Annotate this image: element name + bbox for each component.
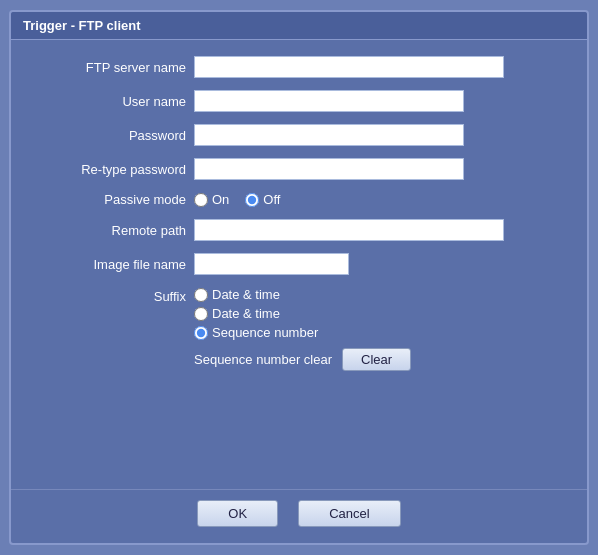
suffix-option1-label: Date & time	[212, 287, 280, 302]
password-input[interactable]	[194, 124, 464, 146]
suffix-option3-radio[interactable]	[194, 326, 208, 340]
password-label: Password	[31, 128, 186, 143]
remote-path-row: Remote path	[31, 219, 567, 241]
clear-button[interactable]: Clear	[342, 348, 411, 371]
passive-on-radio[interactable]	[194, 193, 208, 207]
suffix-option2-label: Date & time	[212, 306, 280, 321]
password-row: Password	[31, 124, 567, 146]
passive-mode-row: Passive mode On Off	[31, 192, 567, 207]
ftp-server-input[interactable]	[194, 56, 504, 78]
ok-button[interactable]: OK	[197, 500, 278, 527]
passive-on-label: On	[212, 192, 229, 207]
user-name-label: User name	[31, 94, 186, 109]
suffix-option2-row[interactable]: Date & time	[194, 306, 411, 321]
seq-clear-row: Sequence number clear Clear	[194, 348, 411, 371]
cancel-button[interactable]: Cancel	[298, 500, 400, 527]
user-name-row: User name	[31, 90, 567, 112]
form-content: FTP server name User name Password Re-ty…	[11, 40, 587, 489]
image-file-name-row: Image file name	[31, 253, 567, 275]
suffix-section: Suffix Date & time Date & time Sequence …	[31, 287, 567, 371]
passive-mode-label: Passive mode	[31, 192, 186, 207]
seq-clear-label: Sequence number clear	[194, 352, 332, 367]
passive-off-option[interactable]: Off	[245, 192, 280, 207]
suffix-label: Suffix	[31, 287, 186, 304]
passive-mode-group: On Off	[194, 192, 280, 207]
remote-path-label: Remote path	[31, 223, 186, 238]
passive-off-radio[interactable]	[245, 193, 259, 207]
passive-off-label: Off	[263, 192, 280, 207]
dialog-footer: OK Cancel	[11, 489, 587, 543]
retype-password-input[interactable]	[194, 158, 464, 180]
passive-on-option[interactable]: On	[194, 192, 229, 207]
suffix-option3-label: Sequence number	[212, 325, 318, 340]
dialog-title: Trigger - FTP client	[23, 18, 141, 33]
suffix-option3-row[interactable]: Sequence number	[194, 325, 411, 340]
remote-path-input[interactable]	[194, 219, 504, 241]
suffix-option1-radio[interactable]	[194, 288, 208, 302]
suffix-options: Date & time Date & time Sequence number …	[194, 287, 411, 371]
dialog-container: Trigger - FTP client FTP server name Use…	[9, 10, 589, 545]
ftp-server-row: FTP server name	[31, 56, 567, 78]
user-name-input[interactable]	[194, 90, 464, 112]
image-file-name-input[interactable]	[194, 253, 349, 275]
image-file-name-label: Image file name	[31, 257, 186, 272]
suffix-option2-radio[interactable]	[194, 307, 208, 321]
title-bar: Trigger - FTP client	[11, 12, 587, 40]
retype-password-label: Re-type password	[31, 162, 186, 177]
retype-password-row: Re-type password	[31, 158, 567, 180]
suffix-option1-row[interactable]: Date & time	[194, 287, 411, 302]
ftp-server-label: FTP server name	[31, 60, 186, 75]
